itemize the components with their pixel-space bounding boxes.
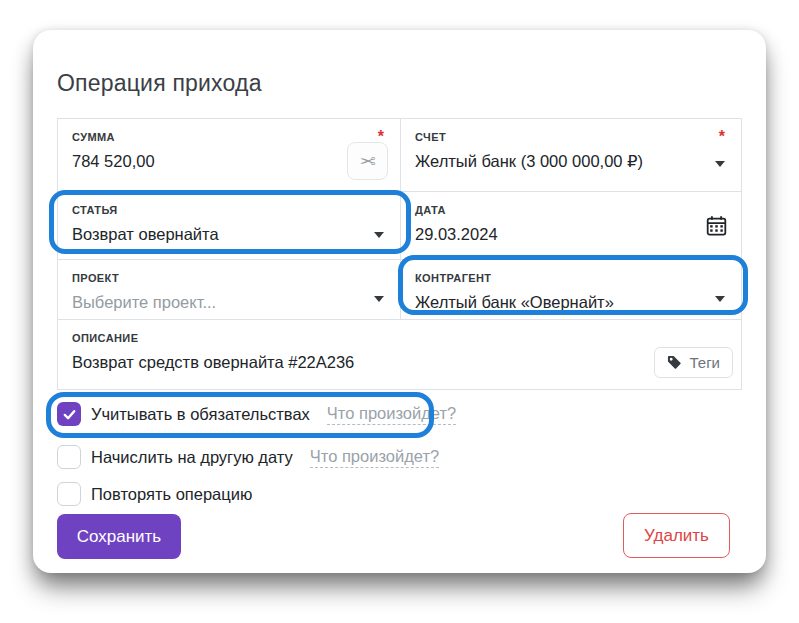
repeat-operation-checkbox-label[interactable]: Повторять операцию [91,485,252,504]
project-label: ПРОЕКТ [72,271,386,285]
counterparty-value[interactable]: Желтый банк «Овернайт» [415,291,727,313]
page-background: Операция прихода СУММА 784 520,00 * ✂ СЧ… [0,0,799,623]
calendar-button[interactable] [706,215,727,236]
counterparty-field[interactable]: КОНТРАГЕНТ Желтый банк «Овернайт» [400,260,741,319]
article-label: СТАТЬЯ [72,203,386,217]
form-grid: СУММА 784 520,00 * ✂ СЧЕТ Желтый банк (3… [57,118,742,390]
amount-value[interactable]: 784 520,00 [72,150,386,172]
liabilities-checkbox-label[interactable]: Учитывать в обязательствах [91,405,310,424]
page-title: Операция прихода [57,70,262,97]
checkmark-icon [62,407,77,422]
save-button[interactable]: Сохранить [57,514,181,559]
checkbox-row-other-date: Начислить на другую дату Что произойдет? [57,444,439,470]
liabilities-checkbox[interactable] [57,402,81,426]
tags-button[interactable]: Теги [654,347,733,378]
chevron-down-icon[interactable] [715,161,725,167]
date-value[interactable]: 29.03.2024 [415,223,727,245]
calendar-icon [706,215,727,236]
date-label: ДАТА [415,203,727,217]
other-date-checkbox-label[interactable]: Начислить на другую дату [91,448,293,467]
checkbox-row-liabilities: Учитывать в обязательствах Что произойде… [57,401,456,427]
checkbox-row-repeat: Повторять операцию [57,481,252,507]
what-happens-link-liabilities[interactable]: Что произойдет? [327,404,456,425]
chevron-down-icon[interactable] [374,232,384,238]
account-field[interactable]: СЧЕТ Желтый банк (3 000 000,00 ₽) * [400,119,741,191]
form-row-1: СУММА 784 520,00 * ✂ СЧЕТ Желтый банк (3… [58,119,741,191]
account-label: СЧЕТ [415,130,727,144]
article-field[interactable]: СТАТЬЯ Возврат овернайта [58,192,400,259]
form-row-4: ОПИСАНИЕ Возврат средств овернайта #22A2… [58,319,741,389]
description-field[interactable]: ОПИСАНИЕ Возврат средств овернайта #22A2… [58,320,741,389]
description-label: ОПИСАНИЕ [72,331,727,345]
delete-button[interactable]: Удалить [623,513,730,558]
account-value[interactable]: Желтый банк (3 000 000,00 ₽) [415,150,727,172]
required-asterisk: * [719,128,725,146]
amount-label: СУММА [72,130,386,144]
other-date-checkbox[interactable] [57,445,81,469]
chevron-down-icon[interactable] [374,296,384,302]
form-row-3: ПРОЕКТ Выберите проект... КОНТРАГЕНТ Жел… [58,259,741,319]
counterparty-label: КОНТРАГЕНТ [415,271,727,285]
article-value[interactable]: Возврат овернайта [72,223,386,245]
tags-button-label: Теги [689,354,720,371]
project-placeholder[interactable]: Выберите проект... [72,291,386,313]
description-value[interactable]: Возврат средств овернайта #22A236 [72,351,727,373]
income-operation-modal: Операция прихода СУММА 784 520,00 * ✂ СЧ… [33,30,766,573]
repeat-operation-checkbox[interactable] [57,482,81,506]
tag-icon [667,355,682,370]
chevron-down-icon[interactable] [715,296,725,302]
scissors-icon: ✂ [360,152,376,171]
project-field[interactable]: ПРОЕКТ Выберите проект... [58,260,400,319]
amount-field[interactable]: СУММА 784 520,00 * ✂ [58,119,400,191]
what-happens-link-other-date[interactable]: Что произойдет? [310,447,439,468]
date-field[interactable]: ДАТА 29.03.2024 [400,192,741,259]
form-row-2: СТАТЬЯ Возврат овернайта ДАТА 29.03.2024 [58,191,741,259]
split-amount-button[interactable]: ✂ [347,142,388,180]
